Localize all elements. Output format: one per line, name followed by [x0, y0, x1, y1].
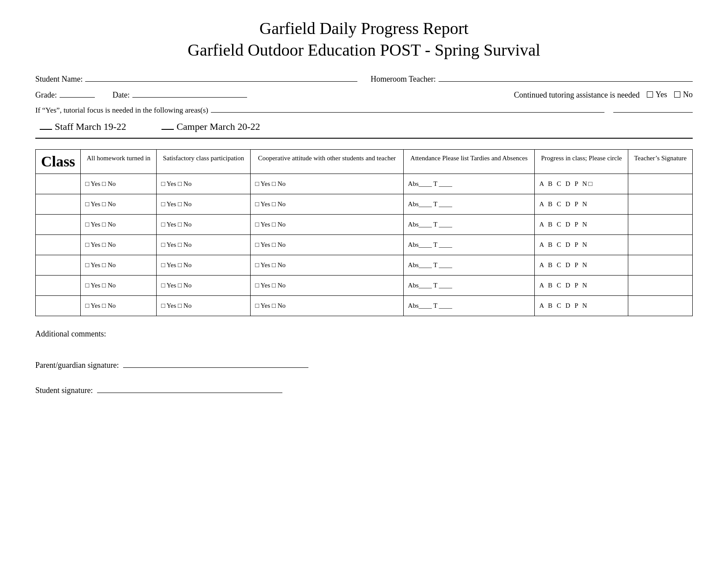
grades-cell-1: A B C D P N	[535, 194, 628, 215]
attendance-cell-0: Abs____ T ____	[403, 174, 535, 194]
attitude-cell-0: □ Yes □ No	[251, 174, 403, 194]
grade-label: Grade:	[35, 91, 57, 100]
participation-cell-6: □ Yes □ No	[157, 296, 251, 316]
date-input[interactable]	[132, 97, 247, 98]
staff-underline	[40, 129, 52, 130]
table-row: □ Yes □ No □ Yes □ No □ Yes □ No Abs____…	[36, 276, 693, 296]
grades-cell-4: A B C D P N	[535, 255, 628, 276]
divider	[35, 138, 693, 139]
yes-checkbox[interactable]	[647, 91, 653, 98]
participation-cell-4: □ Yes □ No	[157, 255, 251, 276]
footer-section: Additional comments: Parent/guardian sig…	[35, 329, 693, 395]
parent-signature-line[interactable]	[123, 367, 308, 368]
form-section: Student Name: Homeroom Teacher: Grade: D…	[35, 75, 693, 133]
signature-cell-1[interactable]	[628, 194, 693, 215]
col5-header: Progress in class; Please circle	[535, 150, 628, 174]
staff-label: Staff March 19-22	[55, 121, 126, 132]
participation-cell-1: □ Yes □ No	[157, 194, 251, 215]
class-name-cell-1[interactable]	[36, 194, 81, 215]
col2-header: Satisfactory class participation	[157, 150, 251, 174]
grades-cell-6: A B C D P N	[535, 296, 628, 316]
class-name-cell-0[interactable]	[36, 174, 81, 194]
table-row: □ Yes □ No □ Yes □ No □ Yes □ No Abs____…	[36, 255, 693, 276]
col1-header: All homework turned in	[81, 150, 157, 174]
hw-cell-6: □ Yes □ No	[81, 296, 157, 316]
grades-cell-0: A B C D P N□	[535, 174, 628, 194]
participation-cell-5: □ Yes □ No	[157, 276, 251, 296]
grades-cell-5: A B C D P N	[535, 276, 628, 296]
parent-signature-row: Parent/guardian signature:	[35, 361, 693, 370]
staff-item: Staff March 19-22	[40, 121, 126, 132]
title-section: Garfield Daily Progress Report Garfield …	[35, 18, 693, 61]
parent-signature-label: Parent/guardian signature:	[35, 361, 119, 370]
table-row: □ Yes □ No □ Yes □ No □ Yes □ No Abs____…	[36, 215, 693, 235]
class-name-cell-3[interactable]	[36, 235, 81, 255]
col6-header: Teacher’s Signature	[628, 150, 693, 174]
staff-camper-row: Staff March 19-22 Camper March 20-22	[40, 121, 693, 132]
hw-cell-4: □ Yes □ No	[81, 255, 157, 276]
student-signature-label: Student signature:	[35, 386, 93, 395]
name-row: Student Name: Homeroom Teacher:	[35, 75, 693, 84]
col3-header: Cooperative attitude with other students…	[251, 150, 403, 174]
homeroom-input[interactable]	[439, 81, 693, 82]
table-row: □ Yes □ No □ Yes □ No □ Yes □ No Abs____…	[36, 194, 693, 215]
title-line2: Garfield Outdoor Education POST - Spring…	[188, 41, 540, 59]
signature-cell-0[interactable]	[628, 174, 693, 194]
table-row: □ Yes □ No □ Yes □ No □ Yes □ No Abs____…	[36, 235, 693, 255]
class-header: Class	[36, 150, 81, 174]
attendance-cell-1: Abs____ T ____	[403, 194, 535, 215]
grade-input[interactable]	[60, 97, 95, 98]
class-name-cell-2[interactable]	[36, 215, 81, 235]
camper-underline	[161, 129, 174, 130]
tutorial-input2[interactable]	[613, 112, 693, 113]
grades-cell-2: A B C D P N	[535, 215, 628, 235]
student-name-input[interactable]	[85, 81, 357, 82]
signature-cell-4[interactable]	[628, 255, 693, 276]
attitude-cell-2: □ Yes □ No	[251, 215, 403, 235]
no-label: No	[683, 90, 693, 99]
student-signature-line[interactable]	[97, 393, 282, 393]
hw-cell-5: □ Yes □ No	[81, 276, 157, 296]
attitude-cell-5: □ Yes □ No	[251, 276, 403, 296]
participation-cell-0: □ Yes □ No	[157, 174, 251, 194]
hw-cell-1: □ Yes □ No	[81, 194, 157, 215]
class-name-cell-6[interactable]	[36, 296, 81, 316]
grades-cell-3: A B C D P N	[535, 235, 628, 255]
tutorial-label: If “Yes”, tutorial focus is needed in th…	[35, 106, 208, 115]
grade-area: Grade:	[35, 91, 95, 100]
homeroom-area: Homeroom Teacher:	[371, 75, 693, 84]
signature-cell-3[interactable]	[628, 235, 693, 255]
yes-checkbox-group: Yes	[647, 90, 667, 99]
yes-label: Yes	[656, 90, 667, 99]
hw-cell-0: □ Yes □ No	[81, 174, 157, 194]
participation-cell-2: □ Yes □ No	[157, 215, 251, 235]
student-name-area: Student Name:	[35, 75, 357, 84]
no-checkbox-group: No	[674, 90, 693, 99]
attitude-cell-4: □ Yes □ No	[251, 255, 403, 276]
hw-cell-3: □ Yes □ No	[81, 235, 157, 255]
date-label: Date:	[113, 91, 130, 100]
camper-label: Camper March 20-22	[176, 121, 260, 132]
attendance-cell-3: Abs____ T ____	[403, 235, 535, 255]
table-row: □ Yes □ No □ Yes □ No □ Yes □ No Abs____…	[36, 296, 693, 316]
class-name-cell-4[interactable]	[36, 255, 81, 276]
col4-header: Attendance Please list Tardies and Absen…	[403, 150, 535, 174]
tutorial-input[interactable]	[211, 112, 604, 113]
signature-cell-6[interactable]	[628, 296, 693, 316]
tutorial-row: If “Yes”, tutorial focus is needed in th…	[35, 106, 693, 115]
attendance-cell-5: Abs____ T ____	[403, 276, 535, 296]
grade-date-row: Grade: Date: Continued tutoring assistan…	[35, 90, 693, 100]
attendance-cell-6: Abs____ T ____	[403, 296, 535, 316]
camper-item: Camper March 20-22	[161, 121, 260, 132]
signature-cell-5[interactable]	[628, 276, 693, 296]
tutoring-label: Continued tutoring assistance is needed	[514, 91, 640, 100]
date-area: Date:	[113, 91, 247, 100]
homeroom-label: Homeroom Teacher:	[371, 75, 436, 84]
attitude-cell-1: □ Yes □ No	[251, 194, 403, 215]
signature-cell-2[interactable]	[628, 215, 693, 235]
no-checkbox[interactable]	[674, 91, 680, 98]
participation-cell-3: □ Yes □ No	[157, 235, 251, 255]
class-name-cell-5[interactable]	[36, 276, 81, 296]
attitude-cell-3: □ Yes □ No	[251, 235, 403, 255]
progress-table: Class All homework turned in Satisfactor…	[35, 149, 693, 316]
